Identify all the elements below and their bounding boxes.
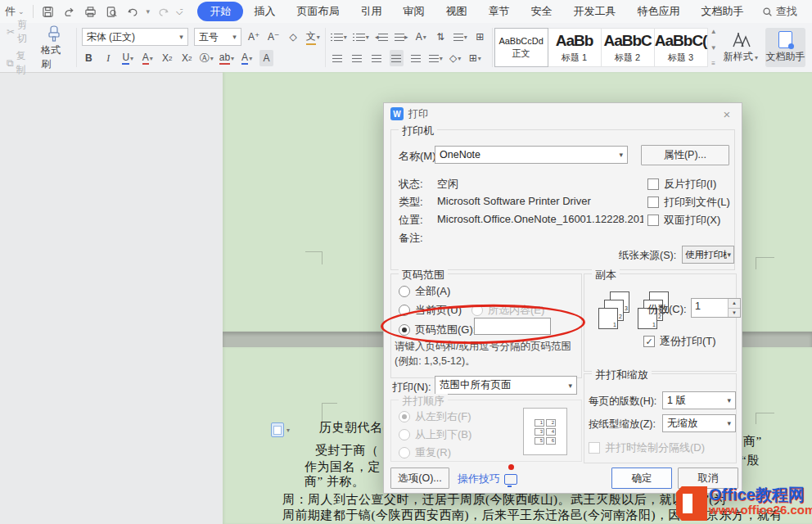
properties-button[interactable]: 属性(P)... <box>641 145 729 165</box>
tab-review[interactable]: 审阅 <box>392 2 435 21</box>
italic-button[interactable]: I <box>102 50 115 66</box>
cut-button[interactable]: ✂ 剪切 <box>7 18 34 46</box>
tips-icon <box>504 474 517 485</box>
tips-link[interactable]: 操作技巧 <box>458 472 517 486</box>
gallery-scrollbar[interactable]: ▲ ▼ ≡ <box>708 26 720 69</box>
export-pdf-icon[interactable] <box>61 3 78 20</box>
align-left-button[interactable] <box>331 50 345 66</box>
tab-security[interactable]: 安全 <box>520 2 562 21</box>
file-menu-label: 件 <box>5 4 16 19</box>
tab-doc-assistant[interactable]: 文档助手 <box>690 2 754 21</box>
ok-button[interactable]: 确定 <box>611 468 672 489</box>
undo-icon[interactable] <box>125 3 142 20</box>
increase-font-button[interactable]: A⁺ <box>247 29 261 45</box>
options-button[interactable]: 选项(O)... <box>390 468 449 489</box>
tab-home[interactable]: 开始 <box>197 2 243 21</box>
format-painter-label: 格式刷 <box>41 43 67 71</box>
phonetic-guide-button[interactable]: 文 ▾ <box>306 29 320 45</box>
clear-format-button[interactable]: ◇ <box>286 29 300 45</box>
file-menu[interactable]: 件 ⌄ <box>0 4 29 19</box>
close-icon[interactable]: × <box>719 107 735 121</box>
text-effects-button[interactable]: Ⓐ ▾ <box>200 50 214 66</box>
format-painter-button[interactable]: 格式刷 <box>37 24 71 72</box>
highlight-glyph: ab <box>219 52 230 65</box>
style-heading3[interactable]: AaBbC( 标题 3 <box>655 28 708 67</box>
scroll-down-icon[interactable]: ▼ <box>710 44 717 52</box>
copy-button[interactable]: ⧉ 复制 <box>7 49 34 77</box>
tab-special-apps[interactable]: 特色应用 <box>626 2 690 21</box>
spin-up-icon[interactable]: ▲ <box>729 299 740 309</box>
sort-button[interactable]: ⇅ <box>434 29 448 45</box>
duplex-checkbox[interactable]: 双面打印(X) <box>647 213 720 228</box>
justify-button[interactable] <box>390 50 404 66</box>
tab-references[interactable]: 引用 <box>350 2 392 21</box>
bullets-button[interactable]: ▾ <box>331 29 347 45</box>
distribute-button[interactable] <box>409 50 423 66</box>
mirror-print-checkbox[interactable]: 反片打印(I) <box>647 177 716 192</box>
font-name-select[interactable]: 宋体 (正文) ▾ <box>82 28 188 46</box>
doc-assistant-button[interactable]: 文档助手 <box>765 28 805 67</box>
print-what-select[interactable]: 范围中所有页面 ▾ <box>435 376 577 395</box>
print-to-file-checkbox[interactable]: 打印到文件(L) <box>647 195 730 210</box>
type-label: 类型: <box>399 195 423 210</box>
copies-value[interactable]: 1 <box>692 299 728 317</box>
save-icon[interactable] <box>40 3 56 20</box>
bold-button[interactable]: B <box>82 50 96 66</box>
range-current-radio[interactable]: 当前页(U) <box>399 303 462 318</box>
print-preview-icon[interactable] <box>104 3 120 20</box>
spinner-arrows[interactable]: ▲ ▼ <box>728 299 740 317</box>
chevron-down-icon: ▾ <box>232 33 237 41</box>
style-heading2[interactable]: AaBbC 标题 2 <box>602 28 655 67</box>
tab-page-layout[interactable]: 页面布局 <box>286 2 350 21</box>
redo-icon[interactable] <box>155 3 171 20</box>
style-normal[interactable]: AaBbCcDd 正文 <box>494 28 548 67</box>
superscript-button[interactable]: X 2 <box>160 50 174 66</box>
margin-mark <box>756 413 774 424</box>
tab-section[interactable]: 章节 <box>477 2 520 21</box>
strikethrough-button[interactable]: A ▾ <box>141 50 155 66</box>
print-icon[interactable] <box>83 3 99 20</box>
tips-label: 操作技巧 <box>458 472 500 486</box>
undo-dropdown-icon[interactable]: ▾ <box>147 7 151 16</box>
character-shading-button[interactable]: A <box>259 50 273 66</box>
gallery-more-icon[interactable]: ≡ <box>711 60 715 67</box>
underline-button[interactable]: U ▾ <box>121 50 135 66</box>
tab-view[interactable]: 视图 <box>435 2 477 21</box>
font-color-button[interactable]: A ▾ <box>240 50 254 66</box>
find-control[interactable]: 查找 <box>762 4 797 19</box>
tab-insert[interactable]: 插入 <box>243 2 286 21</box>
borders-button[interactable]: ⊞▾ <box>468 50 482 66</box>
subscript-button[interactable]: X 2 <box>180 50 194 66</box>
decrease-indent-button[interactable]: ◂ <box>375 29 389 45</box>
font-size-select[interactable]: 五号 ▾ <box>194 28 241 46</box>
range-all-radio[interactable]: 全部(A) <box>399 284 450 299</box>
scroll-up-icon[interactable]: ▲ <box>710 28 717 35</box>
text-tool-button[interactable]: A▾ <box>414 29 428 45</box>
tab-developer[interactable]: 开发工具 <box>562 2 626 21</box>
new-style-button[interactable]: 新样式 ▾ <box>720 23 763 72</box>
numbering-button[interactable]: ▾ <box>353 29 369 45</box>
pages-per-sheet-select[interactable]: 1 版 ▾ <box>662 391 736 409</box>
style-heading1[interactable]: AaBb 标题 1 <box>548 28 602 67</box>
paper-source-select[interactable]: 使用打印机设置 ▾ <box>682 246 734 264</box>
tab-setting-button[interactable]: ⊞ <box>473 29 487 45</box>
printer-name-select[interactable]: OneNote ▾ <box>435 146 628 164</box>
collate-checkbox[interactable]: ✓ 逐份打印(T) <box>643 334 716 349</box>
increase-indent-button[interactable]: ▸ <box>395 29 408 45</box>
range-pages-radio[interactable]: 页码范围(G): <box>399 323 476 337</box>
align-center-button[interactable] <box>350 50 364 66</box>
customize-toolbar-icon[interactable]: ⌵̄ <box>176 7 183 17</box>
paste-options-button[interactable]: ▾ <box>271 422 295 437</box>
copies-spinner[interactable]: 1 ▲ ▼ <box>691 298 741 318</box>
scale-to-paper-select[interactable]: 无缩放 ▾ <box>662 414 736 432</box>
doc-text-fragment: “殷 <box>741 453 760 468</box>
line-spacing-tool-button[interactable]: ▾ <box>453 29 467 45</box>
paragraph-spacing-button[interactable]: ▾ <box>429 50 443 66</box>
dialog-titlebar[interactable]: W 打印 × <box>384 103 742 124</box>
page-range-input[interactable] <box>474 318 551 335</box>
align-right-button[interactable] <box>370 50 384 66</box>
highlight-color-button[interactable]: ab ▾ <box>219 50 234 66</box>
spin-down-icon[interactable]: ▼ <box>729 309 740 318</box>
decrease-font-button[interactable]: A⁻ <box>267 29 281 45</box>
shading-button[interactable]: ◇▾ <box>449 50 462 66</box>
